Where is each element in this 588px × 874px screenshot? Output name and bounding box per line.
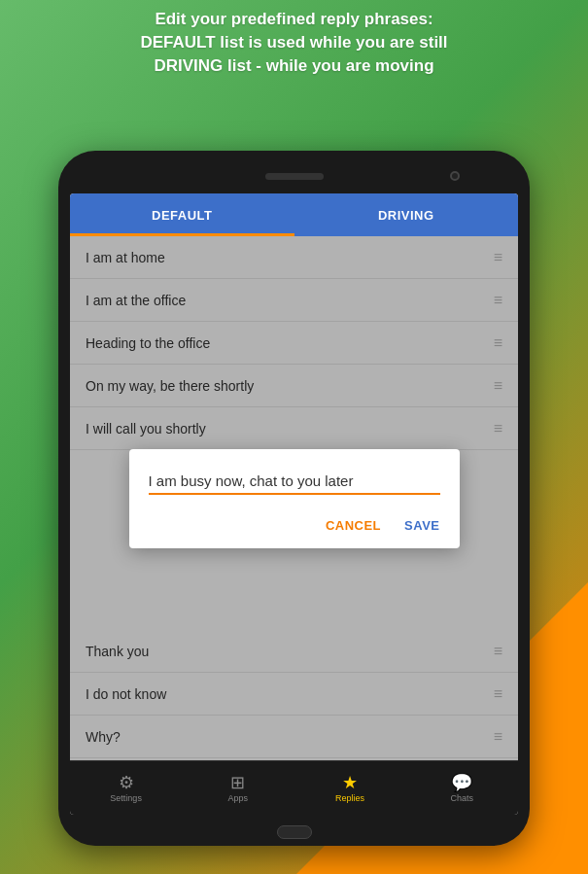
dialog-actions: CANCEL SAVE (149, 514, 440, 537)
replies-icon: ★ (342, 774, 358, 791)
nav-label-settings: Settings (110, 793, 142, 803)
phone-bottom-bar (70, 819, 518, 846)
chats-icon: 💬 (451, 774, 472, 791)
reply-text-input[interactable] (149, 469, 440, 495)
settings-icon: ⚙ (119, 774, 134, 791)
cancel-button[interactable]: CANCEL (326, 514, 381, 537)
list-area: I am at home ≡ I am at the office ≡ Head… (70, 236, 518, 760)
nav-item-replies[interactable]: ★ Replies (294, 761, 406, 815)
apps-icon: ⊞ (230, 774, 245, 791)
phone-camera (450, 171, 460, 181)
nav-label-chats: Chats (451, 793, 474, 803)
edit-dialog: CANCEL SAVE (129, 449, 460, 548)
dialog-overlay: CANCEL SAVE (70, 236, 518, 760)
save-button[interactable]: SAVE (404, 514, 439, 537)
nav-label-replies: Replies (335, 793, 364, 803)
phone-speaker (265, 173, 324, 180)
nav-item-chats[interactable]: 💬 Chats (406, 761, 518, 815)
header-text: Edit your predefined reply phrases: DEFA… (19, 8, 569, 77)
nav-item-settings[interactable]: ⚙ Settings (70, 761, 182, 815)
tab-driving[interactable]: DRIVING (294, 193, 519, 236)
phone-home-button[interactable] (277, 825, 312, 839)
nav-label-apps: Apps (228, 793, 249, 803)
phone-frame: DEFAULT DRIVING I am at home ≡ I am at t… (58, 151, 530, 846)
nav-item-apps[interactable]: ⊞ Apps (182, 761, 294, 815)
phone-screen: DEFAULT DRIVING I am at home ≡ I am at t… (70, 193, 518, 815)
tab-default[interactable]: DEFAULT (70, 193, 294, 236)
tab-bar: DEFAULT DRIVING (70, 193, 518, 236)
phone-top-bar (70, 162, 518, 190)
bottom-nav: ⚙ Settings ⊞ Apps ★ Replies 💬 Chats (70, 760, 518, 815)
